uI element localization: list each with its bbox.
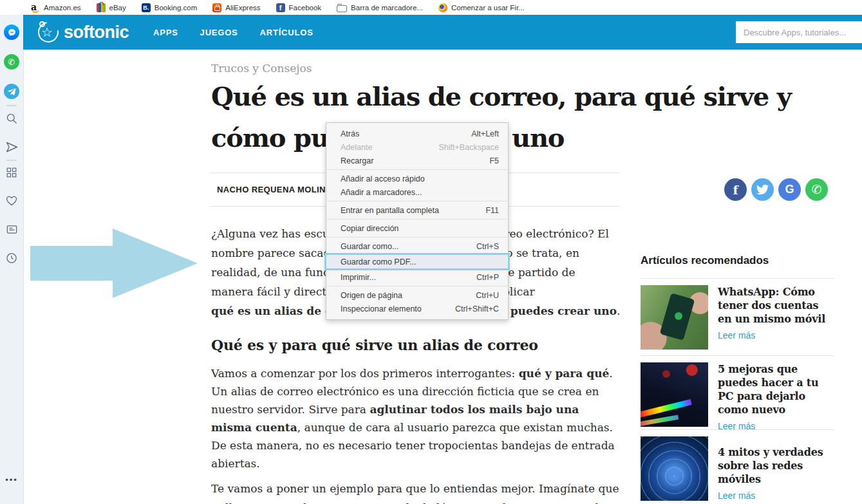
bookmark-label: Barra de marcadore... bbox=[351, 4, 423, 12]
bookmarks-button[interactable] bbox=[5, 194, 18, 207]
rail-divider bbox=[6, 160, 17, 161]
bookmark-label: AliExpress bbox=[225, 4, 260, 12]
bookmark-amazon[interactable]: a Amazon.es bbox=[31, 3, 81, 12]
article-thumbnail-whatsapp[interactable] bbox=[641, 285, 708, 350]
share-whatsapp-button[interactable]: ✆ bbox=[805, 178, 828, 201]
menu-shortcut: F5 bbox=[489, 156, 499, 165]
softonic-logo-icon: ☆ bbox=[37, 21, 59, 43]
facebook-icon: f bbox=[733, 183, 738, 197]
clock-icon bbox=[5, 252, 18, 265]
nav-apps[interactable]: APPS bbox=[153, 28, 178, 37]
article-thumbnail-globe-network[interactable] bbox=[641, 436, 708, 501]
send-icon bbox=[5, 140, 19, 154]
search-input[interactable] bbox=[736, 21, 862, 43]
bookmark-booking[interactable]: Booking.com bbox=[142, 3, 197, 12]
menu-label: Adelante bbox=[341, 143, 372, 152]
more-options-button[interactable]: ••• bbox=[0, 475, 23, 485]
share-facebook-button[interactable]: f bbox=[724, 178, 747, 201]
share-google-button[interactable]: G bbox=[778, 178, 801, 201]
news-button[interactable] bbox=[6, 223, 18, 236]
menu-item-save-as-pdf[interactable]: Guardar como PDF... bbox=[326, 255, 508, 268]
menu-label: Inspeccionar elemento bbox=[341, 304, 422, 313]
menu-label: Recargar bbox=[341, 156, 373, 165]
browser-window: a Amazon.es eBay Booking.com AliExpress … bbox=[0, 0, 862, 504]
bookmark-label: Booking.com bbox=[155, 4, 197, 12]
divider bbox=[641, 278, 834, 279]
article-subheading: Qué es y para qué sirve un alias de corr… bbox=[211, 337, 538, 353]
bookmark-folder[interactable]: Barra de marcadore... bbox=[337, 3, 423, 12]
menu-item-add-bookmark[interactable]: Añadir a marcadores... bbox=[326, 185, 508, 199]
bookmark-ebay[interactable]: eBay bbox=[97, 3, 126, 12]
whatsapp-icon: ✆ bbox=[4, 54, 19, 70]
recommended-title[interactable]: 5 mejoras que puedes hacer a tu PC para … bbox=[718, 362, 834, 416]
share-twitter-button[interactable] bbox=[751, 178, 774, 201]
menu-label: Copiar dirección bbox=[341, 224, 398, 233]
divider bbox=[641, 429, 834, 430]
divider bbox=[641, 355, 834, 356]
menu-separator bbox=[327, 201, 507, 201]
menu-shortcut: Ctrl+U bbox=[476, 291, 499, 300]
menu-item-page-source[interactable]: Origen de página Ctrl+U bbox=[326, 288, 508, 302]
menu-separator bbox=[327, 169, 507, 170]
menu-label: Añadir al acceso rápido bbox=[341, 174, 425, 183]
menu-item-save-as[interactable]: Guardar como... Ctrl+S bbox=[326, 239, 508, 253]
ebay-icon bbox=[97, 3, 106, 12]
send-button[interactable] bbox=[5, 140, 19, 154]
menu-label: Imprimir... bbox=[341, 273, 376, 282]
messenger-button[interactable] bbox=[4, 24, 19, 40]
telegram-button[interactable] bbox=[4, 84, 19, 99]
bookmark-label: Amazon.es bbox=[44, 4, 81, 12]
bookmarks-bar: a Amazon.es eBay Booking.com AliExpress … bbox=[23, 0, 862, 15]
article-title-line2-suffix: uno bbox=[512, 122, 564, 153]
recommended-title[interactable]: WhatsApp: Cómo tener dos cuentas en un m… bbox=[718, 285, 834, 326]
bookmark-label: Comenzar a usar Fir... bbox=[451, 4, 525, 12]
menu-item-reload[interactable]: Recargar F5 bbox=[326, 154, 508, 167]
menu-separator bbox=[327, 286, 507, 286]
menu-item-copy-address[interactable]: Copiar dirección bbox=[326, 221, 508, 235]
recommended-article-2: 5 mejoras que puedes hacer a tu PC para … bbox=[641, 362, 834, 431]
menu-item-print[interactable]: Imprimir... Ctrl+P bbox=[326, 270, 508, 284]
whatsapp-icon: ✆ bbox=[812, 182, 822, 197]
nav-juegos[interactable]: JUEGOS bbox=[200, 28, 238, 37]
booking-icon bbox=[142, 3, 151, 12]
menu-shortcut: Alt+Left bbox=[471, 129, 499, 138]
menu-label: Guardar como PDF... bbox=[341, 257, 416, 266]
menu-item-fullscreen[interactable]: Entrar en pantalla completa F11 bbox=[326, 203, 508, 217]
search-button[interactable] bbox=[5, 112, 18, 125]
bookmark-facebook[interactable]: Facebook bbox=[276, 3, 322, 12]
messenger-icon bbox=[4, 24, 19, 40]
article-thumbnail-gaming-pc[interactable] bbox=[641, 362, 708, 427]
menu-shortcut: Ctrl+Shift+C bbox=[455, 304, 499, 313]
menu-label: Entrar en pantalla completa bbox=[341, 206, 439, 215]
site-nav: APPS JUEGOS ARTÍCULOS bbox=[153, 28, 314, 37]
article-category[interactable]: Trucos y Consejos bbox=[211, 62, 312, 75]
softonic-logo[interactable]: ☆ softonic bbox=[37, 21, 129, 43]
read-more-link[interactable]: Leer más bbox=[718, 490, 834, 501]
menu-label: Atrás bbox=[341, 129, 359, 138]
rail-divider bbox=[6, 105, 17, 106]
menu-shortcut: F11 bbox=[485, 206, 499, 215]
menu-shortcut: Ctrl+P bbox=[476, 273, 499, 282]
history-button[interactable] bbox=[5, 252, 18, 265]
firefox-icon bbox=[438, 3, 447, 12]
facebook-icon bbox=[276, 3, 285, 12]
nav-articulos[interactable]: ARTÍCULOS bbox=[260, 28, 314, 37]
softonic-wordmark: softonic bbox=[64, 23, 129, 42]
bookmark-firefox[interactable]: Comenzar a usar Fir... bbox=[438, 3, 525, 12]
recommended-title[interactable]: 4 mitos y verdades sobre las redes móvil… bbox=[718, 445, 834, 486]
menu-item-back[interactable]: Atrás Alt+Left bbox=[326, 127, 508, 140]
recommended-article-1: WhatsApp: Cómo tener dos cuentas en un m… bbox=[641, 285, 834, 350]
article-author[interactable]: NACHO REQUENA MOLINA bbox=[217, 185, 332, 194]
speed-dial-button[interactable] bbox=[6, 167, 17, 178]
heart-icon bbox=[5, 194, 18, 207]
menu-item-inspect-element[interactable]: Inspeccionar elemento Ctrl+Shift+C bbox=[326, 302, 508, 315]
read-more-link[interactable]: Leer más bbox=[718, 330, 834, 341]
recommended-article-3: 4 mitos y verdades sobre las redes móvil… bbox=[641, 436, 834, 501]
menu-item-add-speed-dial[interactable]: Añadir al acceso rápido bbox=[326, 172, 508, 185]
bookmark-aliexpress[interactable]: AliExpress bbox=[212, 3, 260, 12]
folder-icon bbox=[337, 5, 347, 12]
news-icon bbox=[6, 223, 18, 236]
whatsapp-button[interactable]: ✆ bbox=[4, 54, 19, 70]
annotation-arrow bbox=[26, 225, 203, 303]
telegram-icon bbox=[4, 84, 19, 99]
